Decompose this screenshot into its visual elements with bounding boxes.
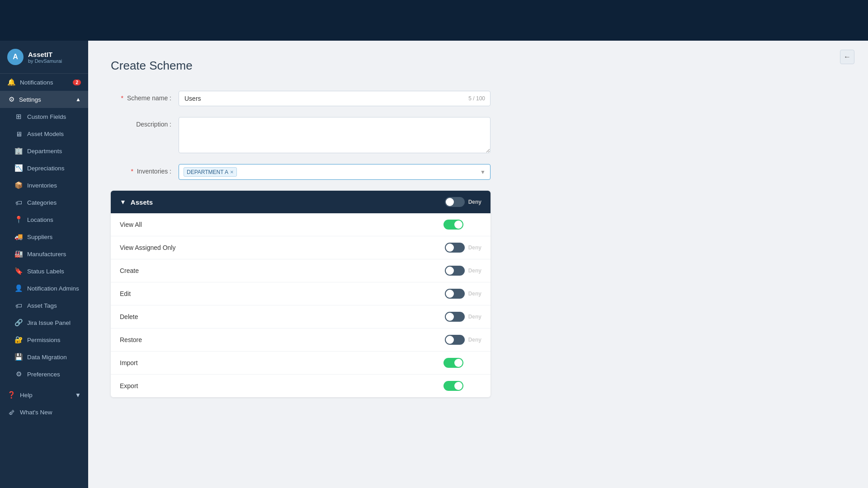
inventories-text-input[interactable]	[240, 169, 486, 176]
inventories-label: * Inventories :	[111, 164, 179, 175]
help-icon: ❓	[7, 391, 15, 399]
toggle-export[interactable]	[443, 381, 463, 391]
locations-label: Locations	[27, 216, 53, 223]
assets-toggle[interactable]	[445, 197, 465, 207]
permission-name-export: Export	[120, 382, 443, 389]
manufacturers-label: Manufacturers	[27, 251, 66, 258]
toggle-wrapper-create: Deny	[445, 266, 481, 276]
sidebar-item-data-migration[interactable]: 💾 Data Migration	[0, 348, 88, 366]
permission-rows: View All Allow View Assigned Only Deny C…	[111, 213, 491, 397]
status-labels-icon: 🔖	[14, 267, 23, 275]
description-input[interactable]	[179, 117, 491, 153]
scheme-name-group: * Scheme name : 5 / 100	[111, 91, 491, 106]
chevron-down-icon: ▼	[75, 392, 81, 399]
assets-header: ▼ Assets Deny	[111, 191, 491, 213]
sidebar-item-notifications[interactable]: 🔔 Notifications 2	[0, 74, 88, 91]
custom-fields-label: Custom Fields	[27, 113, 66, 120]
app-name: AssetIT	[28, 51, 62, 58]
jira-icon: 🔗	[14, 319, 23, 327]
whats-new-label: What's New	[20, 409, 52, 416]
notification-admins-label: Notification Admins	[27, 285, 79, 292]
sidebar-item-asset-models[interactable]: 🖥 Asset Models	[0, 125, 88, 142]
toggle-view-all[interactable]	[443, 220, 463, 230]
content-area: Create Scheme * Scheme name : 5 / 100 De…	[88, 41, 868, 488]
sidebar-item-preferences[interactable]: ⚙ Preferences	[0, 366, 88, 383]
notifications-badge: 2	[73, 80, 81, 85]
char-count: 5 / 100	[468, 95, 485, 102]
app-sub: by DevSamurai	[28, 58, 62, 64]
permission-name-restore: Restore	[120, 336, 445, 343]
sidebar-item-suppliers[interactable]: 🚚 Suppliers	[0, 228, 88, 245]
sidebar-item-notification-admins[interactable]: 👤 Notification Admins	[0, 280, 88, 297]
toggle-restore[interactable]	[445, 335, 465, 345]
logo: A AssetIT by DevSamurai	[0, 41, 88, 74]
logo-icon: A	[7, 49, 24, 65]
manufacturers-icon: 🏭	[14, 250, 23, 258]
sidebar-item-permissions[interactable]: 🔐 Permissions	[0, 331, 88, 348]
settings-sub-items: ⊞ Custom Fields 🖥 Asset Models 🏢 Departm…	[0, 108, 88, 383]
toggle-delete[interactable]	[445, 312, 465, 322]
toggle-wrapper-import: Allow	[443, 358, 481, 368]
toggle-wrapper-view-assigned-only: Deny	[445, 243, 481, 253]
suppliers-label: Suppliers	[27, 234, 52, 240]
permission-name-view-all: View All	[120, 221, 443, 228]
permission-name-edit: Edit	[120, 290, 445, 297]
permission-row-view-all: View All Allow	[111, 213, 491, 236]
assets-section: ▼ Assets Deny View All Allow View Assign…	[111, 191, 491, 397]
inventories-input-wrapper[interactable]: DEPARTMENT A × ▼	[179, 164, 491, 180]
toggle-wrapper-restore: Deny	[445, 335, 481, 345]
settings-label: Settings	[19, 96, 41, 103]
page-title: Create Scheme	[111, 59, 845, 73]
toggle-label-create: Deny	[468, 267, 481, 274]
sidebar-item-depreciations[interactable]: 📉 Depreciations	[0, 160, 88, 177]
permissions-label: Permissions	[27, 337, 61, 343]
toggle-create[interactable]	[445, 266, 465, 276]
sidebar-item-jira-issue-panel[interactable]: 🔗 Jira Issue Panel	[0, 314, 88, 331]
asset-tags-label: Asset Tags	[27, 302, 57, 309]
description-group: Description :	[111, 117, 491, 153]
inventories-label: Inventories	[27, 182, 57, 189]
scheme-name-input[interactable]	[179, 91, 491, 106]
sidebar-item-categories[interactable]: 🏷 Categories	[0, 194, 88, 211]
departments-label: Departments	[27, 148, 62, 155]
toggle-label-delete: Deny	[468, 314, 481, 320]
scheme-name-wrapper: 5 / 100	[179, 91, 491, 106]
dropdown-arrow-icon: ▼	[480, 169, 486, 175]
back-button[interactable]: ←	[840, 50, 854, 64]
inventories-icon: 📦	[14, 181, 23, 189]
sidebar-item-departments[interactable]: 🏢 Departments	[0, 142, 88, 160]
toggle-label-export: Allow	[467, 383, 481, 389]
sidebar-item-inventories[interactable]: 📦 Inventories	[0, 177, 88, 194]
data-migration-icon: 💾	[14, 353, 23, 361]
locations-icon: 📍	[14, 216, 23, 224]
preferences-label: Preferences	[27, 371, 60, 378]
scheme-name-label: * Scheme name :	[111, 91, 179, 102]
toggle-label-restore: Deny	[468, 337, 481, 343]
sidebar-item-locations[interactable]: 📍 Locations	[0, 211, 88, 228]
toggle-view-assigned-only[interactable]	[445, 243, 465, 253]
toggle-import[interactable]	[443, 358, 463, 368]
sidebar-item-manufacturers[interactable]: 🏭 Manufacturers	[0, 245, 88, 263]
permission-row-export: Export Allow	[111, 375, 491, 397]
bell-icon: 🔔	[7, 78, 15, 86]
description-label: Description :	[111, 117, 179, 128]
toggle-label-import: Allow	[467, 360, 481, 366]
sidebar-item-asset-tags[interactable]: 🏷 Asset Tags	[0, 297, 88, 314]
sidebar-item-custom-fields[interactable]: ⊞ Custom Fields	[0, 108, 88, 125]
toggle-label-view-assigned-only: Deny	[468, 244, 481, 251]
toggle-edit[interactable]	[445, 289, 465, 299]
inventory-tag: DEPARTMENT A ×	[184, 167, 237, 177]
asset-models-label: Asset Models	[27, 131, 64, 137]
assets-chevron-icon[interactable]: ▼	[120, 198, 126, 206]
categories-icon: 🏷	[14, 198, 23, 206]
permission-name-view-assigned-only: View Assigned Only	[120, 244, 445, 251]
custom-fields-icon: ⊞	[14, 113, 23, 121]
toggle-label-edit: Deny	[468, 291, 481, 297]
sidebar-item-status-labels[interactable]: 🔖 Status Labels	[0, 263, 88, 280]
chevron-up-icon: ▲	[75, 96, 81, 103]
sidebar-item-whats-new[interactable]: 🗞 What's New	[0, 404, 88, 421]
sidebar-item-help[interactable]: ❓ Help ▼	[0, 386, 88, 404]
remove-tag-button[interactable]: ×	[230, 169, 234, 175]
asset-models-icon: 🖥	[14, 130, 23, 138]
sidebar-item-settings[interactable]: ⚙ Settings ▲	[0, 91, 88, 108]
